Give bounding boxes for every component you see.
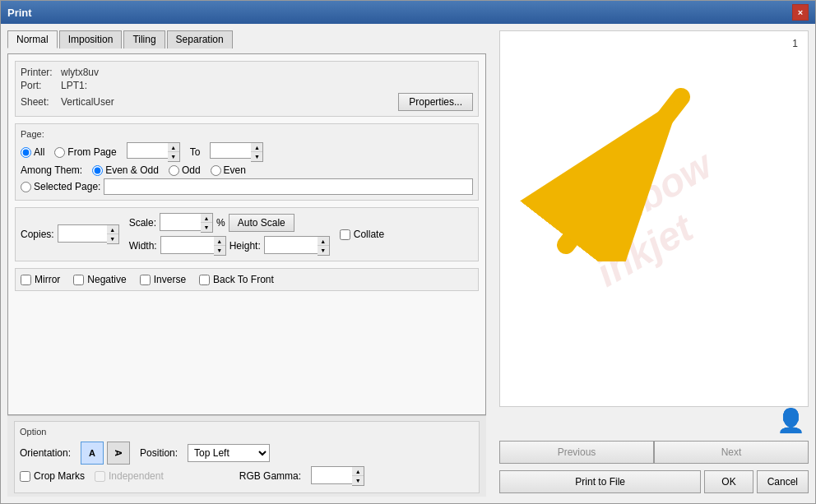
person-icon-area: 👤	[499, 407, 809, 437]
option-row-1: Orientation: A A Position: Top Left	[20, 442, 474, 465]
odd-label[interactable]: Odd	[169, 164, 201, 176]
to-page-down[interactable]: ▼	[251, 152, 262, 161]
copies-up[interactable]: ▲	[107, 225, 118, 234]
copies-group: Copies: 1 ▲ ▼	[21, 224, 119, 244]
from-page-radio-label[interactable]: From Page	[54, 146, 116, 158]
crop-row: Crop Marks Independent RGB Gamma: 1.8 ▲ …	[20, 465, 474, 488]
scale-group: Scale: 100 ▲ ▼ % Auto Scale	[129, 213, 330, 233]
width-down[interactable]: ▼	[214, 246, 225, 255]
width-label: Width:	[129, 240, 157, 252]
to-page-spinner: 1 ▲ ▼	[210, 142, 263, 162]
collate-row: Collate	[340, 229, 384, 240]
collate-checkbox[interactable]	[340, 229, 350, 240]
tab-tiling[interactable]: Tiling	[123, 30, 165, 49]
from-page-up[interactable]: ▲	[168, 143, 179, 152]
portrait-button[interactable]: A	[81, 442, 104, 465]
landscape-button[interactable]: A	[107, 442, 130, 465]
copies-down[interactable]: ▼	[107, 234, 118, 243]
height-input[interactable]: 108.3mm	[264, 236, 318, 254]
mirror-label[interactable]: Mirror	[21, 274, 60, 285]
selected-page-radio[interactable]	[21, 182, 31, 192]
left-panel: Normal Imposition Tiling Separation Prin…	[1, 24, 493, 503]
svg-line-1	[566, 97, 681, 245]
width-up[interactable]: ▲	[214, 237, 225, 246]
print-to-file-button[interactable]: Print to File	[499, 470, 701, 493]
among-them-row: Among Them: Even & Odd Odd Even	[21, 164, 473, 176]
rgb-down[interactable]: ▼	[352, 476, 364, 485]
inverse-label[interactable]: Inverse	[140, 274, 186, 285]
scale-down[interactable]: ▼	[201, 223, 212, 232]
even-odd-label[interactable]: Even & Odd	[92, 164, 159, 176]
person-icon: 👤	[777, 407, 805, 434]
from-page-down[interactable]: ▼	[168, 152, 179, 161]
page-section-title: Page:	[21, 129, 473, 139]
collate-checkbox-label[interactable]: Collate	[340, 229, 384, 240]
all-radio-label[interactable]: All	[21, 146, 44, 158]
height-up[interactable]: ▲	[318, 237, 329, 246]
even-odd-radio[interactable]	[92, 165, 103, 176]
option-group: Option Orientation: A A Position:	[14, 421, 480, 493]
scale-input[interactable]: 100	[160, 213, 201, 231]
percent-sign: %	[216, 217, 225, 229]
inverse-checkbox[interactable]	[140, 275, 151, 285]
tab-imposition[interactable]: Imposition	[59, 30, 123, 49]
tab-normal[interactable]: Normal	[7, 30, 58, 49]
negative-label[interactable]: Negative	[73, 274, 126, 285]
width-spinner: 152mm ▲ ▼	[160, 236, 226, 256]
action-buttons: Print to File OK Cancel	[499, 467, 809, 497]
dimensions-group: Width: 152mm ▲ ▼ Height: 108.3mm	[129, 236, 330, 256]
previous-button[interactable]: Previous	[499, 441, 654, 464]
selected-page-input[interactable]	[104, 178, 473, 195]
even-text: Even	[224, 164, 246, 176]
watermark-text: rainbowinkjet	[566, 141, 742, 295]
crop-marks-label[interactable]: Crop Marks	[20, 470, 85, 482]
odd-text: Odd	[182, 164, 201, 176]
rgb-input[interactable]: 1.8	[311, 466, 352, 484]
height-label: Height:	[230, 240, 261, 252]
height-down[interactable]: ▼	[318, 246, 329, 255]
rgb-spinner: 1.8 ▲ ▼	[311, 466, 364, 486]
properties-button[interactable]: Properties...	[398, 93, 473, 111]
from-page-label: From Page	[67, 146, 116, 158]
cancel-button[interactable]: Cancel	[757, 470, 809, 493]
back-to-front-label[interactable]: Back To Front	[199, 274, 274, 285]
even-radio[interactable]	[211, 165, 221, 176]
to-page-input[interactable]: 1	[210, 142, 251, 159]
position-label: Position:	[140, 447, 178, 459]
negative-checkbox[interactable]	[73, 275, 84, 285]
from-page-input[interactable]: 1	[127, 142, 168, 159]
all-radio[interactable]	[21, 147, 31, 158]
print-dialog: Print × Normal Imposition Tiling Separat…	[0, 0, 816, 504]
arrow-overlay	[517, 72, 714, 261]
rgb-up[interactable]: ▲	[352, 467, 364, 476]
page-range-row: All From Page 1 ▲ ▼	[21, 142, 473, 162]
tab-separation[interactable]: Separation	[167, 30, 233, 49]
auto-scale-button[interactable]: Auto Scale	[229, 214, 294, 232]
printer-label: Printer:	[21, 67, 58, 78]
scale-up[interactable]: ▲	[201, 214, 212, 223]
printer-name: wlytx8uv	[61, 67, 99, 78]
mirror-checkbox[interactable]	[21, 275, 31, 285]
even-label[interactable]: Even	[211, 164, 246, 176]
independent-label[interactable]: Independent	[95, 470, 164, 482]
to-page-up[interactable]: ▲	[251, 143, 262, 152]
odd-radio[interactable]	[169, 165, 179, 176]
crop-marks-text: Crop Marks	[34, 470, 85, 482]
selected-page-radio-label[interactable]: Selected Page:	[21, 181, 100, 192]
from-page-radio[interactable]	[54, 147, 65, 158]
back-to-front-checkbox[interactable]	[199, 275, 210, 285]
position-select[interactable]: Top Left Top Right Bottom Left Bottom Ri…	[188, 444, 270, 462]
preview-page-number: 1	[792, 38, 798, 49]
next-button[interactable]: Next	[654, 441, 809, 464]
width-input[interactable]: 152mm	[160, 236, 214, 254]
crop-marks-checkbox[interactable]	[20, 471, 30, 482]
independent-text: Independent	[109, 470, 164, 482]
tabs-bar: Normal Imposition Tiling Separation	[7, 30, 486, 49]
option-title: Option	[20, 427, 474, 437]
close-button[interactable]: ×	[792, 4, 809, 21]
ok-button[interactable]: OK	[704, 470, 753, 493]
watermark: rainbowinkjet	[500, 31, 808, 406]
title-bar: Print ×	[1, 1, 815, 24]
copies-input[interactable]: 1	[58, 224, 107, 243]
sheet-value: VerticalUser	[61, 96, 114, 108]
